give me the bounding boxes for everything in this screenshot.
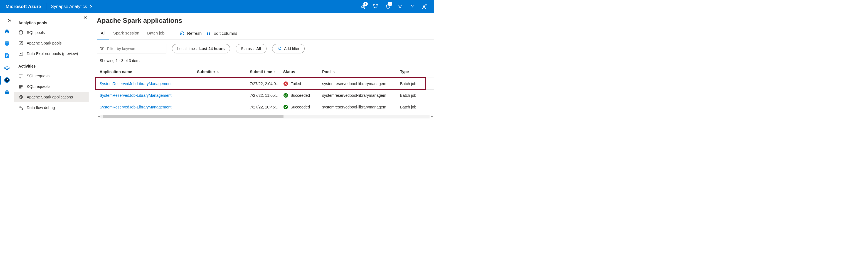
applications-table: Application name Submitter ↑↓ Submit tim… <box>97 66 434 113</box>
edit-columns-button[interactable]: Edit columns <box>204 27 240 39</box>
directory-switch-button[interactable] <box>369 0 382 13</box>
col-status[interactable]: Status <box>283 69 322 74</box>
svg-point-6 <box>5 41 9 43</box>
svg-text:KQL: KQL <box>19 87 22 89</box>
svg-point-21 <box>22 108 23 109</box>
scroll-left-arrow-icon[interactable]: ◀ <box>97 114 101 119</box>
tab-batch-job[interactable]: Batch job <box>143 27 168 39</box>
table-header: Application name Submitter ↑↓ Submit tim… <box>97 66 434 78</box>
horizontal-scrollbar[interactable]: ◀ ▶ <box>97 114 434 119</box>
keyword-input[interactable] <box>106 46 163 51</box>
sidebar-item-label: Apache Spark applications <box>27 95 73 99</box>
sidebar-item-sql-pools[interactable]: SQL SQL pools <box>14 27 89 38</box>
sidebar-item-dataflow-debug[interactable]: Data flow debug <box>14 102 89 113</box>
scroll-right-arrow-icon[interactable]: ▶ <box>430 114 434 119</box>
col-application-name[interactable]: Application name <box>100 69 197 74</box>
svg-point-10 <box>6 80 7 81</box>
keyword-filter[interactable] <box>97 44 166 53</box>
brand-title[interactable]: Microsoft Azure <box>6 4 46 9</box>
table-row[interactable]: SystemReservedJob-LibraryManagement 7/27… <box>97 101 434 113</box>
sidebar-item-spark-pools[interactable]: Apache Spark pools <box>14 38 89 49</box>
left-icon-rail <box>0 13 14 127</box>
topbar-actions: 4 1 ? <box>357 0 431 13</box>
help-button[interactable]: ? <box>406 0 418 13</box>
notifications-badge: 1 <box>388 2 392 6</box>
sidebar-item-label: Apache Spark pools <box>27 41 61 45</box>
rail-home[interactable] <box>0 25 14 37</box>
svg-point-3 <box>423 5 425 7</box>
status-filter-label: Status : <box>241 46 254 51</box>
cell-application-name[interactable]: SystemReservedJob-LibraryManagement <box>100 93 197 98</box>
col-submitter[interactable]: Submitter ↑↓ <box>197 69 250 74</box>
sidebar-item-dx-pools[interactable]: Data Explorer pools (preview) <box>14 49 89 59</box>
tab-all[interactable]: All <box>97 27 109 39</box>
rail-data[interactable] <box>0 37 14 50</box>
rail-manage[interactable] <box>0 86 14 98</box>
toolbox-icon <box>4 89 10 95</box>
status-text: Succeeded <box>290 93 310 98</box>
col-type[interactable]: Type <box>400 69 433 74</box>
status-filter[interactable]: Status : All <box>236 44 267 53</box>
edit-columns-label: Edit columns <box>213 31 237 36</box>
cell-status: Failed <box>283 81 322 86</box>
cloud-shell-button[interactable]: 4 <box>357 0 369 13</box>
status-filter-value: All <box>256 46 261 51</box>
refresh-icon <box>180 31 185 36</box>
col-pool[interactable]: Pool ↑↓ <box>322 69 400 74</box>
cell-application-name[interactable]: SystemReservedJob-LibraryManagement <box>100 82 197 86</box>
feedback-button[interactable] <box>418 0 431 13</box>
scroll-track[interactable] <box>101 115 430 119</box>
cell-pool: systemreservedpool-librarymanagem <box>322 105 400 109</box>
database-icon <box>4 40 10 46</box>
breadcrumb-label: Synapse Analytics <box>51 4 87 9</box>
rail-monitor[interactable] <box>0 74 14 86</box>
breadcrumb-chevron-icon <box>90 5 92 8</box>
refresh-label: Refresh <box>187 31 202 36</box>
refresh-button[interactable]: Refresh <box>178 27 204 39</box>
status-text: Failed <box>290 82 301 86</box>
group-title-pools: Analytics pools <box>14 15 89 27</box>
edit-columns-icon <box>206 31 211 36</box>
result-count: Showing 1 - 3 of 3 items <box>97 56 434 66</box>
spark-app-icon <box>18 95 23 100</box>
add-filter-button[interactable]: Add filter <box>272 44 305 53</box>
azure-topbar: Microsoft Azure Synapse Analytics 4 1 <box>0 0 434 13</box>
gauge-icon <box>4 77 10 84</box>
rail-expand-toggle[interactable] <box>0 16 14 25</box>
sidebar-collapse-toggle[interactable] <box>83 15 87 20</box>
time-range-filter[interactable]: Local time : Last 24 hours <box>172 44 230 53</box>
svg-rect-12 <box>6 91 8 92</box>
kql-requests-icon: KQL <box>18 84 23 89</box>
svg-rect-0 <box>373 4 375 6</box>
svg-point-23 <box>283 93 288 98</box>
scroll-thumb[interactable] <box>103 115 283 118</box>
home-icon <box>4 28 10 34</box>
sql-pool-icon: SQL <box>18 30 23 35</box>
cell-status: Succeeded <box>283 93 322 98</box>
cell-status: Succeeded <box>283 104 322 109</box>
cell-application-name[interactable]: SystemReservedJob-LibraryManagement <box>100 105 197 109</box>
sidebar-item-kql-requests[interactable]: KQL KQL requests <box>14 81 89 92</box>
breadcrumb-synapse[interactable]: Synapse Analytics <box>51 4 92 9</box>
group-title-activities: Activities <box>14 59 89 71</box>
tabbar: All Spark session Batch job Refresh Edit… <box>97 27 434 39</box>
table-row[interactable]: SystemReservedJob-LibraryManagement 7/27… <box>97 90 434 101</box>
status-text: Succeeded <box>290 105 310 109</box>
svg-point-2 <box>399 6 401 7</box>
settings-button[interactable] <box>394 0 406 13</box>
svg-point-24 <box>283 105 288 109</box>
promo-badge: 4 <box>363 2 368 6</box>
cell-pool: systemreservedpool-librarymanagem <box>322 93 400 98</box>
col-submit-time[interactable]: Submit time ↑ <box>250 69 283 74</box>
notifications-button[interactable]: 1 <box>382 0 394 13</box>
sidebar-item-spark-apps[interactable]: Apache Spark applications <box>14 92 89 102</box>
status-success-icon <box>283 104 288 109</box>
rail-develop[interactable] <box>0 50 14 62</box>
table-row[interactable]: SystemReservedJob-LibraryManagement 7/27… <box>97 78 434 90</box>
sidebar-item-sql-requests[interactable]: SQL SQL requests <box>14 71 89 81</box>
tab-spark-session[interactable]: Spark session <box>109 27 143 39</box>
pipeline-icon <box>4 65 10 71</box>
rail-integrate[interactable] <box>0 62 14 74</box>
sidebar-item-label: Data Explorer pools (preview) <box>27 52 78 56</box>
cell-submit-time: 7/27/22, 10:45:… <box>250 105 283 109</box>
